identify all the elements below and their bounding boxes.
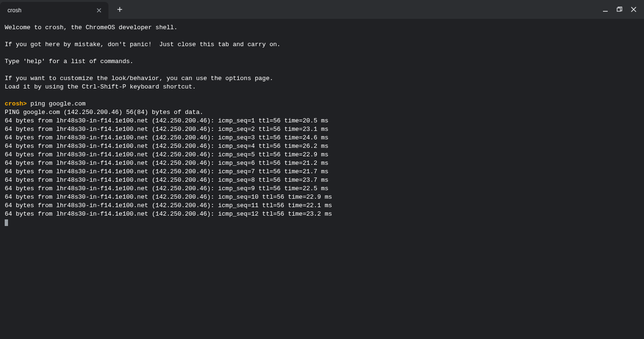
tabs-area: crosh xyxy=(0,0,125,19)
ping-line: 64 bytes from lhr48s30-in-f14.1e100.net … xyxy=(5,168,329,175)
new-tab-button[interactable] xyxy=(114,4,125,15)
ping-line: 64 bytes from lhr48s30-in-f14.1e100.net … xyxy=(5,185,329,192)
ping-line: 64 bytes from lhr48s30-in-f14.1e100.net … xyxy=(5,202,332,209)
ping-line: 64 bytes from lhr48s30-in-f14.1e100.net … xyxy=(5,117,329,124)
cursor xyxy=(5,219,8,226)
ping-line: 64 bytes from lhr48s30-in-f14.1e100.net … xyxy=(5,151,329,158)
mistake-text: If you got here by mistake, don't panic!… xyxy=(5,41,281,48)
tab-title: crosh xyxy=(8,7,21,14)
ping-line: 64 bytes from lhr48s30-in-f14.1e100.net … xyxy=(5,134,329,141)
prompt: crosh> xyxy=(5,100,27,107)
command-text: ping google.com xyxy=(27,100,86,107)
svg-rect-0 xyxy=(617,8,620,11)
titlebar: crosh xyxy=(0,0,644,19)
ping-line: 64 bytes from lhr48s30-in-f14.1e100.net … xyxy=(5,143,329,150)
ping-line: 64 bytes from lhr48s30-in-f14.1e100.net … xyxy=(5,194,332,201)
ping-line: 64 bytes from lhr48s30-in-f14.1e100.net … xyxy=(5,160,329,167)
ping-header: PING google.com (142.250.200.46) 56(84) … xyxy=(5,109,203,116)
customize-text-2: Load it by using the Ctrl-Shift-P keyboa… xyxy=(5,83,196,90)
window-controls xyxy=(602,6,644,13)
ping-line: 64 bytes from lhr48s30-in-f14.1e100.net … xyxy=(5,177,329,184)
customize-text-1: If you want to customize the look/behavi… xyxy=(5,75,273,82)
ping-line: 64 bytes from lhr48s30-in-f14.1e100.net … xyxy=(5,210,332,218)
close-window-icon[interactable] xyxy=(630,6,637,13)
help-text: Type 'help' for a list of commands. xyxy=(5,58,133,65)
ping-line: 64 bytes from lhr48s30-in-f14.1e100.net … xyxy=(5,126,329,133)
terminal-output[interactable]: Welcome to crosh, the ChromeOS developer… xyxy=(0,19,644,232)
maximize-icon[interactable] xyxy=(616,6,623,13)
close-tab-icon[interactable] xyxy=(95,7,103,14)
welcome-text: Welcome to crosh, the ChromeOS developer… xyxy=(5,24,178,31)
tab-crosh[interactable]: crosh xyxy=(0,2,108,19)
minimize-icon[interactable] xyxy=(602,6,609,13)
